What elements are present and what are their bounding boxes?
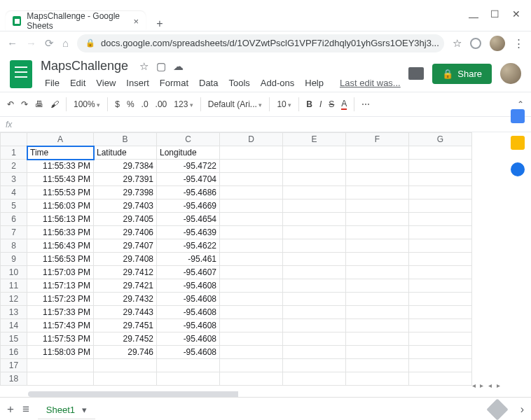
cell-F14[interactable] <box>346 319 409 332</box>
all-sheets-button[interactable]: ≡ <box>22 402 29 416</box>
cell-D9[interactable] <box>220 253 283 266</box>
document-title[interactable]: MapsChallenge <box>41 59 128 74</box>
row-header-2[interactable]: 2 <box>1 160 27 173</box>
cell-D17[interactable] <box>220 359 283 372</box>
cell-D5[interactable] <box>220 200 283 213</box>
scroll-arrows[interactable]: ◂ ▸ ◂ ▸ <box>472 382 502 389</box>
cell-G1[interactable] <box>409 146 472 160</box>
cell-C5[interactable]: -95.4669 <box>157 200 220 213</box>
menu-help[interactable]: Help <box>301 76 328 90</box>
cell-C18[interactable] <box>157 372 220 386</box>
cell-A3[interactable]: 11:55:43 PM <box>27 173 94 186</box>
window-minimize[interactable]: — <box>469 11 478 22</box>
cell-A14[interactable]: 11:57:43 PM <box>27 319 94 332</box>
cell-B2[interactable]: 29.7384 <box>94 160 157 173</box>
cell-G14[interactable] <box>409 319 472 332</box>
horizontal-scrollbar[interactable] <box>28 391 503 397</box>
menu-tools[interactable]: Tools <box>224 76 254 90</box>
cell-C17[interactable] <box>157 359 220 372</box>
cell-B4[interactable]: 29.7398 <box>94 186 157 200</box>
cell-A12[interactable]: 11:57:23 PM <box>27 293 94 306</box>
cell-E8[interactable] <box>283 239 346 253</box>
omnibox[interactable]: 🔒 docs.google.com/spreadsheets/d/1OVZwtP… <box>77 34 444 52</box>
menu-format[interactable]: Format <box>156 76 193 90</box>
cell-B12[interactable]: 29.7432 <box>94 293 157 306</box>
cell-A10[interactable]: 11:57:03 PM <box>27 266 94 279</box>
cell-C14[interactable]: -95.4608 <box>157 319 220 332</box>
sheet-tab-1[interactable]: Sheet1 ▾ <box>38 399 95 419</box>
increase-decimal[interactable]: .00 <box>156 99 167 109</box>
cell-C8[interactable]: -95.4622 <box>157 239 220 253</box>
cell-G7[interactable] <box>409 226 472 239</box>
cell-E1[interactable] <box>283 146 346 160</box>
row-header-1[interactable]: 1 <box>1 146 27 160</box>
tab-close-icon[interactable]: × <box>133 16 139 27</box>
format-percent[interactable]: % <box>127 99 135 109</box>
cell-F9[interactable] <box>346 253 409 266</box>
cell-B8[interactable]: 29.7407 <box>94 239 157 253</box>
move-icon[interactable]: ▢ <box>156 60 166 72</box>
cell-F3[interactable] <box>346 173 409 186</box>
row-header-12[interactable]: 12 <box>1 293 27 306</box>
cell-A8[interactable]: 11:56:43 PM <box>27 239 94 253</box>
cell-B18[interactable] <box>94 372 157 386</box>
cell-A4[interactable]: 11:55:53 PM <box>27 186 94 200</box>
cell-A18[interactable] <box>27 372 94 386</box>
cell-B16[interactable]: 29.746 <box>94 346 157 359</box>
cell-F10[interactable] <box>346 266 409 279</box>
cell-G8[interactable] <box>409 239 472 253</box>
sheets-logo-icon[interactable] <box>10 60 32 88</box>
cell-F5[interactable] <box>346 200 409 213</box>
cell-G2[interactable] <box>409 160 472 173</box>
row-header-13[interactable]: 13 <box>1 306 27 319</box>
cell-C16[interactable]: -95.4608 <box>157 346 220 359</box>
comments-icon[interactable] <box>408 67 424 80</box>
cell-D1[interactable] <box>220 146 283 160</box>
cell-A5[interactable]: 11:56:03 PM <box>27 200 94 213</box>
cell-A9[interactable]: 11:56:53 PM <box>27 253 94 266</box>
profile-avatar[interactable] <box>490 36 505 51</box>
cell-F6[interactable] <box>346 213 409 226</box>
new-tab-button[interactable]: + <box>153 17 167 31</box>
share-button[interactable]: 🔒 Share <box>432 64 492 84</box>
row-header-7[interactable]: 7 <box>1 226 27 239</box>
row-header-9[interactable]: 9 <box>1 253 27 266</box>
back-icon[interactable]: ← <box>7 37 18 49</box>
cell-E15[interactable] <box>283 332 346 346</box>
tasks-icon[interactable] <box>511 162 525 176</box>
col-header-E[interactable]: E <box>283 133 346 146</box>
browser-tab-active[interactable]: MapsChallenge - Google Sheets × <box>6 11 146 31</box>
more-formats[interactable]: 123 <box>174 99 193 109</box>
col-header-B[interactable]: B <box>94 133 157 146</box>
cell-A2[interactable]: 11:55:33 PM <box>27 160 94 173</box>
font-size-dropdown[interactable]: 10 <box>277 99 291 109</box>
keep-icon[interactable] <box>511 136 525 150</box>
cloud-status-icon[interactable]: ☁ <box>173 60 184 72</box>
cell-C4[interactable]: -95.4686 <box>157 186 220 200</box>
cell-B15[interactable]: 29.7452 <box>94 332 157 346</box>
cell-E6[interactable] <box>283 213 346 226</box>
cell-G5[interactable] <box>409 200 472 213</box>
cell-F7[interactable] <box>346 226 409 239</box>
cell-G18[interactable] <box>409 372 472 386</box>
cell-A17[interactable] <box>27 359 94 372</box>
italic-button[interactable]: I <box>319 99 322 109</box>
cell-D2[interactable] <box>220 160 283 173</box>
cell-C9[interactable]: -95.461 <box>157 253 220 266</box>
row-header-18[interactable]: 18 <box>1 372 27 386</box>
grid[interactable]: ABCDEFG1TimeLatitudeLongitude211:55:33 P… <box>0 132 531 391</box>
cell-D16[interactable] <box>220 346 283 359</box>
sheet-tab-caret-icon[interactable]: ▾ <box>82 405 87 415</box>
cell-G12[interactable] <box>409 293 472 306</box>
zoom-dropdown[interactable]: 100% <box>74 99 100 109</box>
cell-E10[interactable] <box>283 266 346 279</box>
cell-B5[interactable]: 29.7403 <box>94 200 157 213</box>
cell-D12[interactable] <box>220 293 283 306</box>
cell-B14[interactable]: 29.7451 <box>94 319 157 332</box>
menu-edit[interactable]: Edit <box>66 76 90 90</box>
cell-F11[interactable] <box>346 279 409 293</box>
cell-B11[interactable]: 29.7421 <box>94 279 157 293</box>
menu-file[interactable]: File <box>41 76 64 90</box>
cell-C10[interactable]: -95.4607 <box>157 266 220 279</box>
star-icon[interactable]: ☆ <box>139 60 149 72</box>
